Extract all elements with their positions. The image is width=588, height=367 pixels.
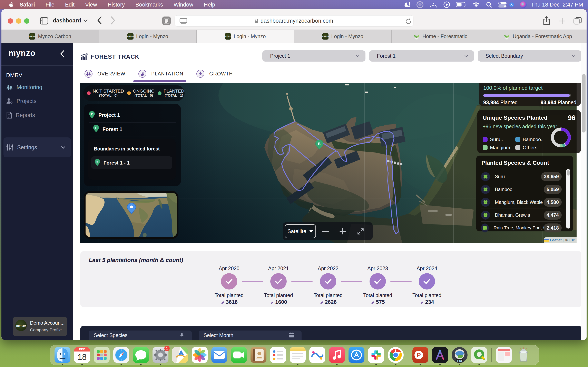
svg-text:B: B (96, 160, 98, 163)
svg-text:P: P (91, 112, 93, 115)
svg-text:B: B (318, 142, 320, 146)
svg-text:F: F (95, 126, 97, 129)
